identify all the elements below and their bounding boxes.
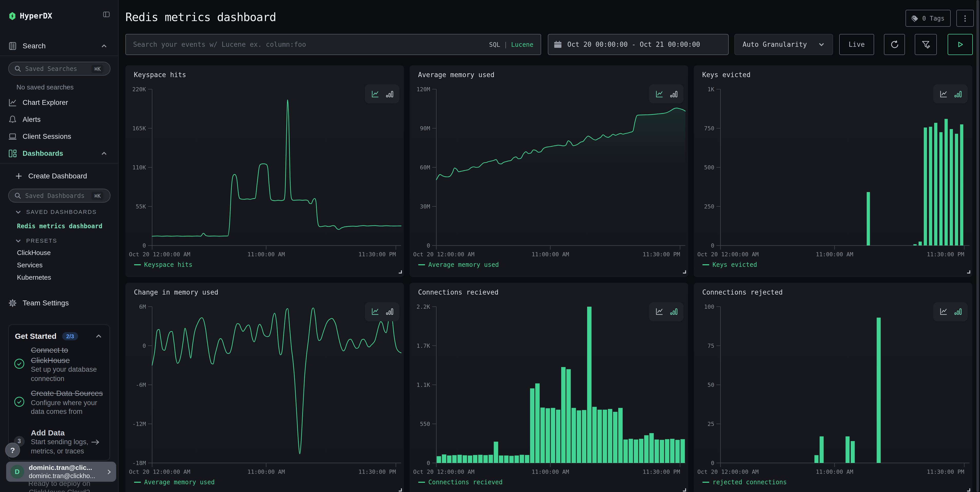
get-started-item-connect[interactable]: Connect to ClickHouse Set up your databa… [14, 345, 104, 383]
get-started-item-desc: Start sending logs, metrics, or traces [31, 438, 94, 455]
resize-handle[interactable] [682, 488, 686, 491]
filter-bar: Search your events w/ Lucene ex. column:… [126, 34, 972, 55]
svg-text:11:30:00 PM: 11:30:00 PM [358, 469, 396, 475]
sidebar: HyperDX Search Saved Searches ⌘K No [0, 0, 119, 492]
chart-legend[interactable]: Keys evicted [702, 261, 757, 268]
resize-handle[interactable] [966, 488, 970, 491]
tags-label: 0 Tags [922, 15, 945, 22]
resize-handle[interactable] [966, 270, 970, 274]
chart-bar: 0255075100Oct 20 12:00:00 AM11:00:00 AM1… [694, 283, 972, 492]
collapse-sidebar-icon[interactable] [102, 11, 110, 18]
bar-mode-icon[interactable] [953, 307, 962, 316]
user-account-button[interactable]: D dominic.tran@clic... dominic.tran@clic… [6, 462, 116, 482]
sidebar-item-search[interactable]: Search [0, 39, 119, 53]
bar-mode-icon[interactable] [385, 307, 393, 316]
event-search-placeholder: Search your events w/ Lucene ex. column:… [133, 41, 489, 48]
journal-icon [8, 41, 17, 50]
sidebar-item-alerts[interactable]: Alerts [0, 113, 119, 126]
bar-mode-icon[interactable] [385, 90, 393, 98]
calendar-icon [554, 41, 562, 48]
chart-legend[interactable]: Connections recieved [418, 479, 503, 486]
sidebar-item-team-settings[interactable]: Team Settings [0, 296, 119, 309]
chevron-up-icon[interactable] [101, 43, 107, 49]
filter-edit-button[interactable] [915, 34, 937, 55]
tags-button[interactable]: 0 Tags [905, 10, 951, 27]
sql-toggle[interactable]: SQL [489, 41, 500, 48]
line-mode-icon[interactable] [371, 307, 379, 316]
get-started-item-add-data[interactable]: 3 Add Data Start sending logs, metrics, … [14, 427, 104, 455]
lucene-toggle[interactable]: Lucene [511, 41, 533, 48]
create-dashboard-label: Create Dashboard [28, 172, 87, 180]
chevron-down-icon [16, 209, 21, 215]
chart-legend[interactable]: rejected connections [702, 479, 787, 486]
chart-line: 055K110K165K220KOct 20 12:00:00 AM11:00:… [125, 65, 404, 277]
legend-label: Average memory used [428, 261, 499, 268]
sidebar-item-redis-dashboard[interactable]: Redis metrics dashboard [17, 223, 102, 230]
legend-label: Connections recieved [428, 479, 503, 486]
chevron-up-icon[interactable] [101, 150, 107, 156]
chart-panel-3: Change in memory used6M0-6M-12M-18MOct 2… [125, 283, 404, 492]
chart-legend[interactable]: Average memory used [134, 479, 215, 486]
saved-searches-placeholder: Saved Searches [25, 65, 92, 72]
group-label: SAVED DASHBOARDS [26, 209, 97, 215]
chevron-up-icon[interactable] [95, 333, 102, 339]
chart-bar: 02505007501KOct 20 12:00:00 AM11:00:00 A… [694, 65, 972, 277]
bar-mode-icon[interactable] [669, 307, 678, 316]
line-mode-icon[interactable] [939, 307, 947, 316]
line-mode-icon[interactable] [655, 307, 663, 316]
check-circle-icon [14, 396, 25, 407]
avatar: D [10, 465, 24, 479]
svg-text:11:00:00 AM: 11:00:00 AM [531, 251, 569, 257]
svg-text:-12M: -12M [132, 421, 146, 427]
saved-searches-input[interactable]: Saved Searches ⌘K [8, 62, 110, 76]
more-options-button[interactable] [956, 10, 974, 27]
svg-text:100: 100 [704, 304, 714, 310]
resize-handle[interactable] [682, 270, 686, 274]
get-started-header[interactable]: Get Started 2/3 [14, 331, 104, 340]
saved-dashboards-input[interactable]: Saved Dashboards ⌘K [8, 189, 110, 202]
svg-text:Oct 20 12:00:00 AM: Oct 20 12:00:00 AM [129, 251, 190, 257]
legend-swatch [418, 264, 425, 265]
sidebar-item-label: Search [22, 41, 46, 50]
live-button[interactable]: Live [839, 34, 874, 55]
line-mode-icon[interactable] [655, 90, 663, 98]
chart-legend[interactable]: Keyspace hits [134, 261, 192, 268]
event-search-input[interactable]: Search your events w/ Lucene ex. column:… [126, 34, 541, 55]
logo[interactable]: HyperDX [8, 8, 52, 24]
date-range-input[interactable]: Oct 20 00:00:00 - Oct 21 00:00:00 [548, 34, 729, 55]
create-dashboard-button[interactable]: Create Dashboard [16, 172, 87, 180]
sidebar-item-client-sessions[interactable]: Client Sessions [0, 129, 119, 143]
scrollbar[interactable] [977, 0, 979, 492]
svg-text:2.2K: 2.2K [416, 304, 430, 310]
get-started-item-sources[interactable]: Create Data Sources Configure where your… [14, 388, 104, 416]
chart-legend[interactable]: Average memory used [418, 261, 499, 268]
legend-swatch [702, 482, 709, 483]
line-mode-icon[interactable] [371, 90, 379, 98]
bar-mode-icon[interactable] [953, 90, 962, 98]
user-name: dominic.tran@clic... [29, 463, 106, 472]
resize-handle[interactable] [398, 270, 402, 274]
refresh-button[interactable] [884, 34, 905, 55]
svg-text:0: 0 [711, 242, 714, 248]
granularity-select[interactable]: Auto Granularity [734, 34, 833, 55]
sidebar-item-kubernetes[interactable]: Kubernetes [17, 274, 51, 281]
sidebar-item-chart-explorer[interactable]: Chart Explorer [0, 96, 119, 109]
svg-text:6M: 6M [139, 304, 146, 310]
run-query-button[interactable] [948, 34, 973, 55]
no-saved-searches: No saved searches [16, 83, 74, 91]
legend-label: Average memory used [144, 479, 215, 486]
bar-mode-icon[interactable] [669, 90, 678, 98]
granularity-value: Auto Granularity [743, 41, 818, 48]
gear-icon [8, 298, 17, 307]
progress-badge: 2/3 [62, 332, 78, 340]
resize-handle[interactable] [398, 488, 402, 491]
sidebar-item-clickhouse[interactable]: ClickHouse [17, 249, 51, 256]
group-presets[interactable]: PRESETS [16, 237, 57, 244]
group-saved-dashboards[interactable]: SAVED DASHBOARDS [16, 209, 97, 215]
toggle-divider: | [504, 41, 508, 48]
sidebar-item-dashboards[interactable]: Dashboards [0, 146, 119, 160]
svg-text:Oct 20 12:00:00 AM: Oct 20 12:00:00 AM [697, 469, 758, 475]
line-mode-icon[interactable] [939, 90, 947, 98]
sidebar-item-services[interactable]: Services [17, 261, 43, 269]
help-button[interactable]: ? [5, 443, 20, 457]
